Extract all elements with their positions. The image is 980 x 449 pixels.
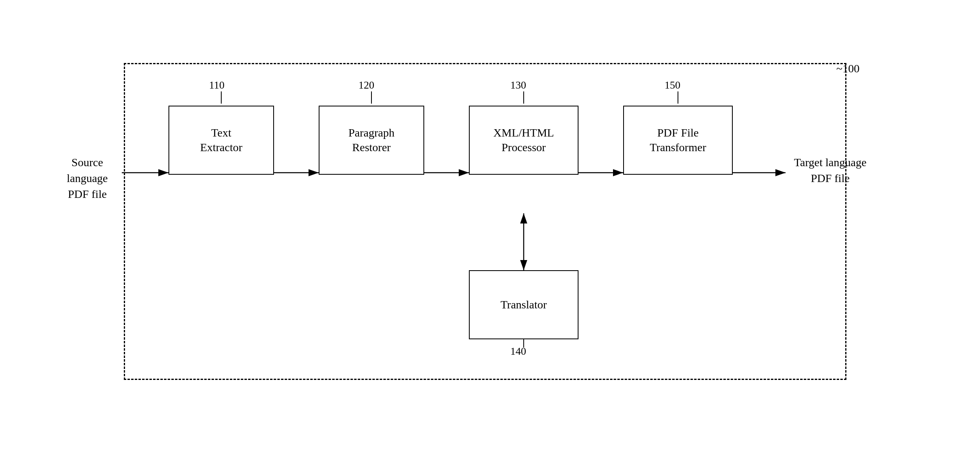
paragraph-restorer-label: Paragraph Restorer [348,126,395,155]
system-ref-label: ~100 [836,62,859,75]
xml-html-processor-box: XML/HTML Processor [469,106,579,175]
target-label: Target language PDF file [790,154,871,186]
xml-html-processor-label: XML/HTML Processor [493,126,554,155]
pdf-file-transformer-label: PDF File Transformer [650,126,706,155]
text-extractor-label: Text Extractor [200,126,242,155]
diagram-inner: ~100 110 Text Extractor 120 Paragraph Re… [43,39,936,404]
paragraph-restorer-box: Paragraph Restorer [319,106,424,175]
ref-140: 140 [510,345,526,358]
translator-box: Translator [469,270,579,339]
diagram-container: ~100 110 Text Extractor 120 Paragraph Re… [20,20,958,423]
pdf-file-transformer-box: PDF File Transformer [623,106,733,175]
ref-150: 150 [665,79,680,91]
source-label: Source language PDF file [51,154,124,202]
ref-110: 110 [209,79,224,91]
translator-label: Translator [501,297,547,312]
ref-130: 130 [510,79,526,91]
ref-120: 120 [358,79,374,91]
text-extractor-box: Text Extractor [168,106,274,175]
